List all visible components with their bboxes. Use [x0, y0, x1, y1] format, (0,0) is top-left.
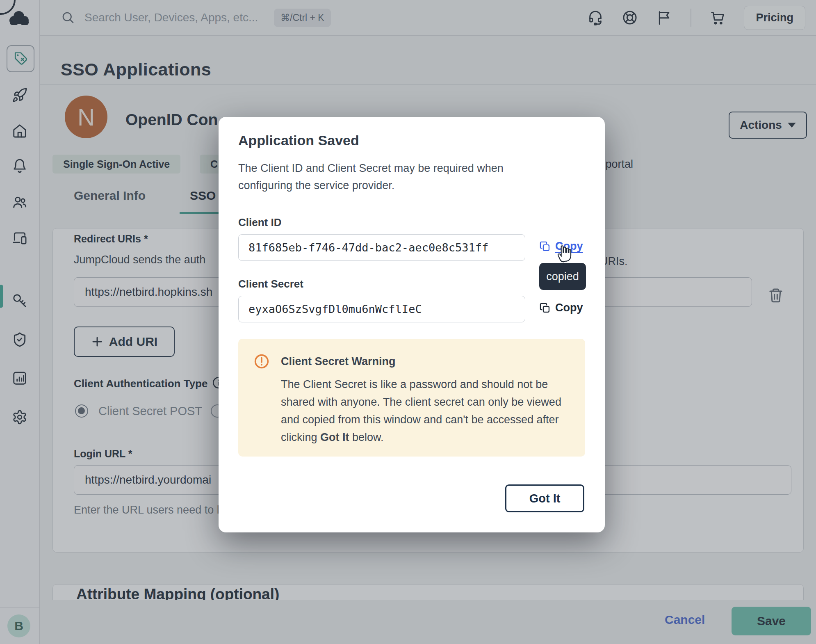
copy-icon — [539, 241, 551, 252]
copy-icon — [539, 302, 551, 314]
application-saved-modal: Application Saved The Client ID and Clie… — [219, 117, 605, 532]
client-id-input[interactable] — [238, 234, 525, 261]
client-id-label: Client ID — [238, 216, 281, 229]
modal-description: The Client ID and Client Secret may be r… — [238, 160, 515, 194]
got-it-button[interactable]: Got It — [505, 484, 584, 512]
alert-circle-icon — [253, 353, 270, 371]
client-secret-label: Client Secret — [238, 278, 303, 290]
copy-client-secret-button[interactable]: Copy — [539, 301, 583, 314]
warning-body: The Client Secret is like a password and… — [281, 376, 570, 446]
app-window: B ⌘/Ctrl + K — [0, 0, 816, 644]
copied-tooltip: copied — [539, 263, 586, 290]
mouse-cursor-hand — [556, 243, 574, 265]
modal-title: Application Saved — [238, 132, 359, 148]
warning-title: Client Secret Warning — [281, 355, 396, 368]
client-secret-warning: Client Secret Warning The Client Secret … — [238, 339, 585, 457]
client-secret-input[interactable] — [238, 296, 525, 322]
